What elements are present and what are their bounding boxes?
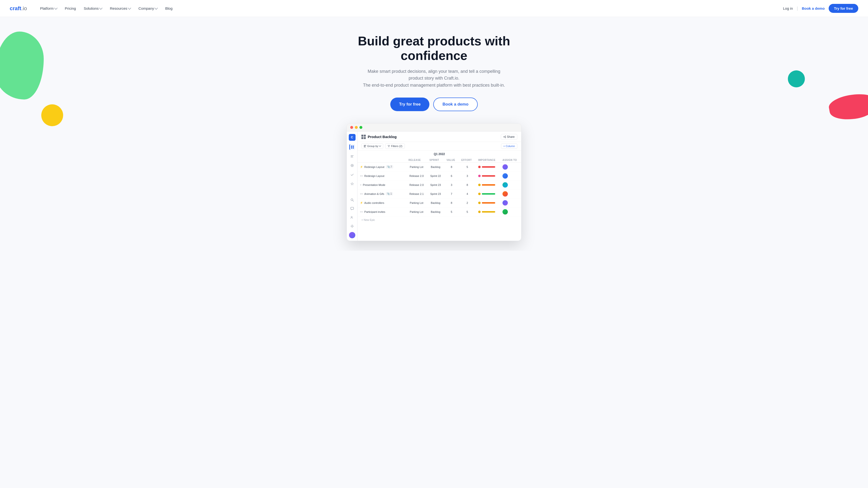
nav-item-company[interactable]: Company xyxy=(135,4,161,12)
nav-item-platform[interactable]: Platform xyxy=(37,4,60,12)
priority-dot xyxy=(478,202,480,204)
row-effort: 2 xyxy=(459,198,476,207)
logo[interactable]: craft.io xyxy=(10,5,27,12)
nav-item-resources[interactable]: Resources xyxy=(106,4,134,12)
window-titlebar xyxy=(347,124,521,132)
chevron-down-icon xyxy=(128,6,131,10)
app-body: C xyxy=(347,132,521,241)
svg-line-22 xyxy=(504,137,505,138)
group-by-button[interactable]: Group by xyxy=(361,143,383,149)
row-importance xyxy=(476,162,500,171)
app-toolbar: Group by Filters (2) + Column xyxy=(358,142,521,151)
sidebar-icon-star[interactable] xyxy=(349,181,355,187)
svg-rect-6 xyxy=(351,157,353,158)
svg-point-20 xyxy=(505,137,506,138)
row-name-text: Presentation Mode xyxy=(363,184,385,186)
row-name-cell[interactable]: ○○ Redesign Layout xyxy=(358,171,406,180)
sidebar-icon-search[interactable] xyxy=(349,197,355,203)
row-sprint: Sprint 23 xyxy=(427,180,444,189)
filters-button[interactable]: Filters (2) xyxy=(385,143,405,149)
svg-rect-3 xyxy=(353,147,354,149)
add-column-button[interactable]: + Column xyxy=(501,143,517,149)
new-epic-button[interactable]: + New Epic xyxy=(358,217,521,223)
app-header: Product Backlog Share xyxy=(358,132,521,142)
nav-right: Log in | Book a demo Try for free xyxy=(783,4,858,13)
priority-dot xyxy=(478,184,480,186)
login-link[interactable]: Log in xyxy=(783,6,793,10)
row-type-icon: ⚡ xyxy=(360,165,363,168)
row-name-text: Audio controllers xyxy=(364,201,384,204)
sidebar-icon-backlog[interactable] xyxy=(349,144,355,150)
row-type-icon: ○○ xyxy=(360,210,363,213)
row-sprint: Sprint 22 xyxy=(427,171,444,180)
sidebar-icon-users[interactable] xyxy=(349,215,355,220)
row-release: Release 2.1 xyxy=(406,189,427,198)
row-name-cell[interactable]: ⚡ Redesign Layout 📎 7 xyxy=(358,162,406,171)
svg-point-17 xyxy=(351,225,353,227)
svg-point-9 xyxy=(351,199,353,201)
sidebar-bottom xyxy=(349,197,355,238)
row-badge: 📎 7 xyxy=(386,165,393,168)
sidebar-icon-chat[interactable] xyxy=(349,206,355,212)
sidebar-icon-goals[interactable] xyxy=(349,163,355,168)
deco-teal-circle xyxy=(788,70,805,87)
sidebar-icon-roadmap[interactable] xyxy=(349,153,355,159)
assignee-avatar xyxy=(502,191,508,197)
row-effort: 5 xyxy=(459,162,476,171)
book-demo-link[interactable]: Book a demo xyxy=(802,6,825,10)
svg-point-12 xyxy=(351,216,352,218)
row-name-cell[interactable]: ○ Presentation Mode xyxy=(358,180,406,189)
nav-item-solutions[interactable]: Solutions xyxy=(81,4,106,12)
row-effort: 5 xyxy=(459,207,476,216)
priority-dot xyxy=(478,193,480,195)
priority-dot xyxy=(478,210,480,213)
svg-rect-14 xyxy=(352,227,352,228)
row-name-cell[interactable]: ⚡ Audio controllers xyxy=(358,198,406,207)
chevron-down-icon xyxy=(54,6,58,10)
importance-bar xyxy=(482,202,495,204)
try-free-nav-button[interactable]: Try for free xyxy=(829,4,858,13)
row-assignto xyxy=(500,171,521,180)
hero-subtext: Make smart product decisions, align your… xyxy=(361,68,507,89)
col-header-effort: EFFORT xyxy=(459,158,476,163)
app-main-content: Product Backlog Share Group by xyxy=(358,132,521,241)
col-header-value: VALUE xyxy=(444,158,459,163)
share-button[interactable]: Share xyxy=(501,134,517,140)
chevron-down-icon xyxy=(379,144,381,147)
logo-text: craft.io xyxy=(10,5,27,12)
table-row: ○○ Redesign Layout Release 2.0 Sprint 22… xyxy=(358,171,521,180)
svg-point-19 xyxy=(503,136,504,137)
col-header-sprint: SPRINT xyxy=(427,158,444,163)
sidebar-icon-check[interactable] xyxy=(349,172,355,177)
sidebar-logo: C xyxy=(349,134,355,141)
hero-content: Build great products with confidence Mak… xyxy=(0,17,868,251)
row-effort: 8 xyxy=(459,180,476,189)
nav-item-pricing[interactable]: Pricing xyxy=(61,4,80,12)
row-importance xyxy=(476,171,500,180)
book-demo-hero-button[interactable]: Book a demo xyxy=(433,98,478,111)
hero-buttons: Try for free Book a demo xyxy=(5,98,863,111)
row-value: 8 xyxy=(444,162,459,171)
svg-rect-1 xyxy=(353,145,354,147)
svg-rect-5 xyxy=(351,156,353,157)
importance-bar xyxy=(482,184,495,186)
row-importance xyxy=(476,207,500,216)
row-name-cell[interactable]: ○○ Animation & Gifs 📎 1 xyxy=(358,189,406,198)
row-name-text: Animation & Gifs xyxy=(364,192,384,195)
sidebar-icon-settings[interactable] xyxy=(349,223,355,229)
row-release: Release 2.0 xyxy=(406,171,427,180)
grid-view-icon xyxy=(361,135,366,139)
user-avatar-sidebar[interactable] xyxy=(349,232,355,238)
row-assignto xyxy=(500,198,521,207)
svg-point-18 xyxy=(505,136,506,136)
nav-item-blog[interactable]: Blog xyxy=(162,4,176,12)
try-free-hero-button[interactable]: Try for free xyxy=(390,98,429,111)
row-name-cell[interactable]: ○○ Participant invites xyxy=(358,207,406,216)
row-value: 3 xyxy=(444,180,459,189)
importance-bar xyxy=(482,166,495,168)
table-row: ○ Presentation Mode Release 2.0 Sprint 2… xyxy=(358,180,521,189)
row-type-icon: ○○ xyxy=(360,192,363,195)
row-value: 6 xyxy=(444,171,459,180)
col-header-name xyxy=(358,158,406,163)
nav-divider: | xyxy=(797,6,798,11)
